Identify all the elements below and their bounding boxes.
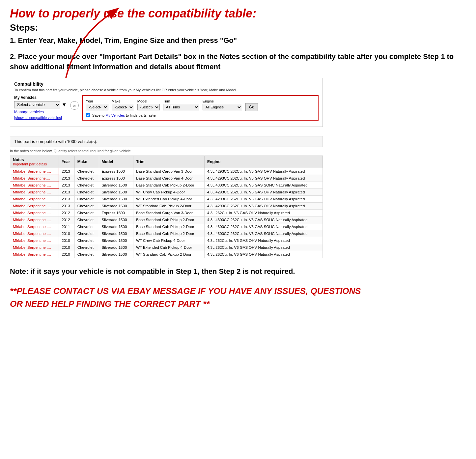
main-title: How to properly use the compatibility ta… <box>10 7 466 20</box>
table-row: Mfrlabel:Serpentine .... 2011 Chevrolet … <box>10 223 323 230</box>
cell-model: Express 1500 <box>99 175 133 182</box>
cell-year: 2013 <box>59 182 75 189</box>
table-row: Mfrlabel:Serpentine .... 2013 Chevrolet … <box>10 182 323 189</box>
cell-year: 2013 <box>59 203 75 210</box>
go-button[interactable]: Go <box>245 103 258 111</box>
save-checkbox[interactable] <box>86 113 90 117</box>
cell-trim: Base Standard Cargo Van 4-Door <box>133 175 205 182</box>
cell-engine: 4.3L 4293CC 262Cu. In. V6 GAS OHV Natura… <box>205 168 323 175</box>
cell-trim: WT Extended Cab Pickup 4-Door <box>133 196 205 203</box>
cell-notes: Mfrlabel:Serpentine .... <box>10 189 59 196</box>
col-model: Model <box>99 156 133 168</box>
cell-model: Silverado 1500 <box>99 230 133 237</box>
save-checkbox-row: Save to My Vehicles to finds parts faste… <box>86 113 315 117</box>
step1-text: 1. Enter Year, Make, Model, Trim, Engine… <box>10 36 466 46</box>
trim-select[interactable]: All Trims <box>163 104 199 110</box>
table-row: Mfrlabel:Serpentine .... 2013 Chevrolet … <box>10 196 323 203</box>
show-compat-link[interactable]: [show all compatible vehicles] <box>14 116 67 120</box>
cell-trim: Base Standard Cab Pickup 2-Door <box>133 230 205 237</box>
manage-vehicles-link[interactable]: Manage vehicles <box>14 110 67 114</box>
cell-notes: Mfrlabel:Serpentine .... <box>10 168 59 175</box>
cell-year: 2010 <box>59 230 75 237</box>
cell-engine: 4.3L 4300CC 262Cu. In. V6 GAS SOHC Natur… <box>205 182 323 189</box>
cell-make: Chevrolet <box>74 223 99 230</box>
cell-engine: 4.3L 262Cu. In. V6 GAS OHV Naturally Asp… <box>205 244 323 251</box>
cell-year: 2013 <box>59 175 75 182</box>
diagram-wrapper: Compatibility To confirm that this part … <box>10 78 323 258</box>
cell-make: Chevrolet <box>74 196 99 203</box>
cell-model: Express 1500 <box>99 168 133 175</box>
compatibility-section: Compatibility To confirm that this part … <box>10 78 323 127</box>
my-vehicles-link[interactable]: My Vehicles <box>105 113 125 117</box>
cell-model: Silverado 1500 <box>99 223 133 230</box>
cell-model: Silverado 1500 <box>99 203 133 210</box>
cell-engine: 4.3L 4293CC 262Cu. In. V6 GAS OHV Natura… <box>205 196 323 203</box>
cell-notes: Mfrlabel:Serpentine .... <box>10 203 59 210</box>
cell-model: Silverado 1500 <box>99 182 133 189</box>
cell-trim: Base Standard Cargo Van 3-Door <box>133 210 205 216</box>
ymm-row: Year -Select- Make -Select- Model <box>86 99 315 111</box>
cell-trim: Base Standard Cab Pickup 2-Door <box>133 216 205 223</box>
cell-model: Silverado 1500 <box>99 237 133 244</box>
table-row: Mfrlabel:Serpentine .... 2013 Chevrolet … <box>10 168 323 175</box>
cell-engine: 4.3L 4300CC 262Cu. In. V6 GAS SOHC Natur… <box>205 230 323 237</box>
trim-field: Trim All Trims <box>163 99 199 110</box>
cell-make: Chevrolet <box>74 182 99 189</box>
year-select[interactable]: -Select- <box>86 104 108 110</box>
cell-make: Chevrolet <box>74 216 99 223</box>
cell-make: Chevrolet <box>74 237 99 244</box>
cell-year: 2013 <box>59 168 75 175</box>
cell-make: Chevrolet <box>74 251 99 258</box>
cell-make: Chevrolet <box>74 210 99 216</box>
my-vehicles-section: My Vehicles Select a vehicle ▼ Manage ve… <box>14 95 319 121</box>
cell-engine: 4.3L 262Cu. In. V6 GAS OHV Naturally Asp… <box>205 237 323 244</box>
cell-model: Silverado 1500 <box>99 189 133 196</box>
engine-select[interactable]: All Engines <box>203 104 242 110</box>
table-row: Mfrlabel:Serpentine .... 2010 Chevrolet … <box>10 230 323 237</box>
cell-engine: 4.3L 4300CC 262Cu. In. V6 GAS SOHC Natur… <box>205 216 323 223</box>
cell-notes: Mfrlabel:Serpentine .... <box>10 237 59 244</box>
cell-make: Chevrolet <box>74 244 99 251</box>
cell-model: Silverado 1500 <box>99 196 133 203</box>
table-row: Mfrlabel:Serpentine.... 2013 Chevrolet E… <box>10 175 323 182</box>
cell-model: Silverado 1500 <box>99 251 133 258</box>
cell-notes: Mfrlabel:Serpentine .... <box>10 223 59 230</box>
year-label: Year <box>86 99 108 103</box>
cell-year: 2013 <box>59 196 75 203</box>
compat-notice: This part is compatible with 1000 vehicl… <box>10 136 323 147</box>
select-vehicle-select[interactable]: Select a vehicle <box>14 101 60 108</box>
or-circle: or <box>70 101 79 110</box>
model-field: Model -Select- <box>137 99 160 110</box>
contact-section: **PLEASE CONTACT US VIA EBAY MESSAGE IF … <box>10 285 372 310</box>
make-select[interactable]: -Select- <box>112 104 134 110</box>
table-row: Mfrlabel:Serpentine .... 2013 Chevrolet … <box>10 203 323 210</box>
col-make: Make <box>74 156 99 168</box>
model-select[interactable]: -Select- <box>137 104 160 110</box>
cell-notes: Mfrlabel:Serpentine .... <box>10 196 59 203</box>
trim-label: Trim <box>163 99 199 103</box>
save-label: Save to My Vehicles to finds parts faste… <box>92 113 157 117</box>
cell-trim: Base Standard Cab Pickup 2-Door <box>133 182 205 189</box>
cell-notes: Mfrlabel:Serpentine .... <box>10 251 59 258</box>
cell-model: Silverado 1500 <box>99 216 133 223</box>
cell-trim: WT Crew Cab Pickup 4-Door <box>133 237 205 244</box>
cell-year: 2013 <box>59 189 75 196</box>
cell-year: 2010 <box>59 251 75 258</box>
cell-notes: Mfrlabel:Serpentine .... <box>10 244 59 251</box>
engine-label: Engine <box>203 99 242 103</box>
cell-engine: 4.3L 4293CC 262Cu. In. V6 GAS OHV Natura… <box>205 175 323 182</box>
note-section: Note: if it says your vehicle is not com… <box>10 266 372 277</box>
cell-trim: WT Extended Cab Pickup 4-Door <box>133 244 205 251</box>
engine-field: Engine All Engines <box>203 99 242 110</box>
year-make-section: Year -Select- Make -Select- Model <box>82 95 319 121</box>
cell-year: 2012 <box>59 210 75 216</box>
cell-trim: WT Standard Cab Pickup 2-Door <box>133 203 205 210</box>
cell-make: Chevrolet <box>74 168 99 175</box>
cell-engine: 4.3L 262Cu. In. V6 GAS OHV Naturally Asp… <box>205 251 323 258</box>
cell-engine: 4.3L 4293CC 262Cu. In. V6 GAS OHV Natura… <box>205 203 323 210</box>
year-field: Year -Select- <box>86 99 108 110</box>
my-vehicles-wrapper: My Vehicles Select a vehicle ▼ Manage ve… <box>14 95 67 120</box>
select-vehicle-dropdown[interactable]: Select a vehicle ▼ <box>14 101 67 108</box>
make-label: Make <box>112 99 134 103</box>
cell-make: Chevrolet <box>74 189 99 196</box>
